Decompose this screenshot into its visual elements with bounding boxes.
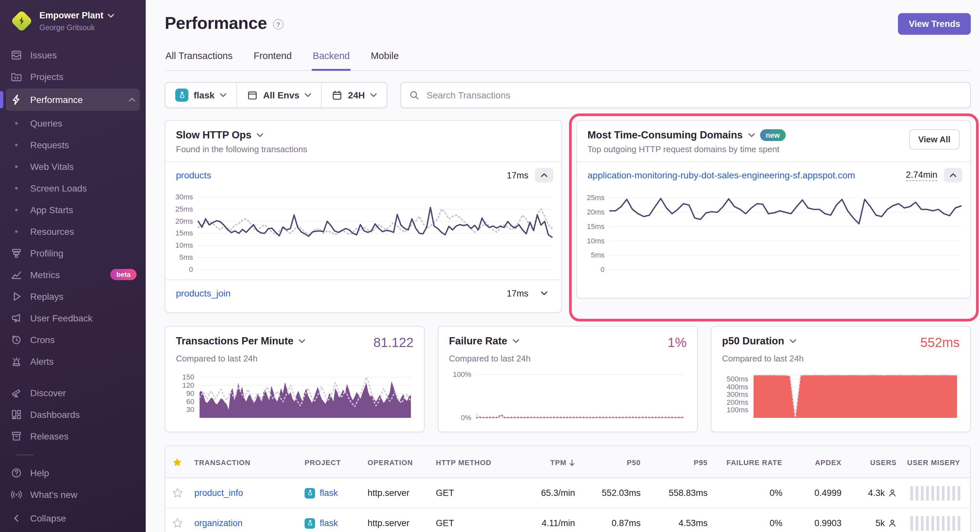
issues-icon [11,49,22,61]
sidebar-item-screen-loads[interactable]: Screen Loads [0,178,146,199]
sidebar-item-web-vitals[interactable]: Web Vitals [0,156,146,178]
view-trends-button[interactable]: View Trends [898,13,971,35]
sidebar-item-label: Crons [30,335,55,345]
sidebar-item-replays[interactable]: Replays [0,286,146,307]
help-tooltip-icon[interactable]: ? [273,19,283,30]
chevron-up-icon [129,98,135,102]
new-badge: new [760,129,786,141]
col-header-project[interactable]: PROJECT [299,446,362,478]
org-switcher[interactable]: Empower Plant George Gritsouk [0,0,146,39]
table-row-method: GET [431,508,507,532]
slow-http-ops-title-dropdown[interactable]: Slow HTTP Ops [176,129,551,141]
svg-text:10ms: 10ms [175,241,193,249]
project-link[interactable]: flask [320,518,338,528]
transaction-link-products[interactable]: products [176,170,507,180]
search-input[interactable] [425,89,962,101]
col-header-p50[interactable]: P50 [580,446,646,478]
failure-rate-title-dropdown[interactable]: Failure Rate [449,335,519,347]
sidebar-item-requests[interactable]: Requests [0,134,146,156]
col-header-p95[interactable]: P95 [646,446,713,478]
project-filter[interactable]: flask [165,83,236,108]
svg-text:20ms: 20ms [175,217,193,226]
p50-duration-panel: p50 Duration 552ms Compared to last 24h … [711,326,971,432]
expand-row-button[interactable] [535,286,553,300]
most-time-consuming-domains-wrapper: Most Time-Consuming Domains new Top outg… [576,120,971,313]
col-header-users[interactable]: USERS [847,446,902,478]
sidebar-item-alerts[interactable]: Alerts [0,351,146,372]
sidebar-item-label: Queries [30,118,62,129]
sidebar-item-label: Issues [30,50,57,60]
environment-filter-value: All Envs [263,90,300,100]
failure-rate-chart: 100%0% [449,371,687,421]
p50-title-dropdown[interactable]: p50 Duration [722,335,796,347]
col-header-http-method[interactable]: HTTP METHOD [431,446,507,478]
sidebar-item-metrics[interactable]: Metrics beta [0,264,146,286]
svg-text:200ms: 200ms [727,398,748,407]
sidebar-collapse-button[interactable]: Collapse [0,505,146,532]
slow-http-ops-panel: Slow HTTP Ops Found in the following tra… [165,120,562,313]
sidebar-item-profiling[interactable]: Profiling [0,242,146,264]
environment-filter[interactable]: All Envs [236,83,321,108]
sidebar-item-discover[interactable]: Discover [0,382,146,404]
svg-text:5ms: 5ms [591,251,605,259]
date-range-filter[interactable]: 24H [321,83,386,108]
flask-project-icon [175,89,188,102]
sidebar-item-resources[interactable]: Resources [0,221,146,242]
svg-text:20ms: 20ms [587,208,605,216]
tpm-panel: Transactions Per Minute 81.122 Compared … [165,326,425,432]
p50-subtitle: Compared to last 24h [722,354,960,364]
col-header-user-misery[interactable]: USER MISERY [902,446,971,478]
sidebar-item-projects[interactable]: Projects [0,66,146,87]
col-header-failure-rate[interactable]: FAILURE RATE [713,446,788,478]
failure-rate-value: 1% [668,335,687,350]
bullet-icon [11,122,22,125]
tpm-title-dropdown[interactable]: Transactions Per Minute [176,335,305,347]
sidebar-item-help[interactable]: Help [0,462,146,484]
domain-duration-chart: 25ms20ms15ms10ms5ms0 [580,189,964,273]
sidebar-item-queries[interactable]: Queries [0,113,146,134]
table-row-p95: 558.83ms [646,478,713,508]
calendar-icon [331,89,343,101]
col-header-tpm[interactable]: TPM [507,446,580,478]
sidebar-item-performance[interactable]: Performance [6,89,140,111]
tab-all-transactions[interactable]: All Transactions [165,49,233,71]
chevron-down-icon [370,93,377,97]
svg-text:0: 0 [189,265,193,273]
tab-mobile[interactable]: Mobile [370,49,399,71]
sidebar-item-app-starts[interactable]: App Starts [0,199,146,221]
chevron-down-icon [512,339,519,343]
sidebar-item-user-feedback[interactable]: User Feedback [0,307,146,329]
sidebar-item-dashboards[interactable]: Dashboards [0,404,146,426]
domain-link[interactable]: application-monitoring-ruby-dot-sales-en… [587,170,906,180]
col-header-operation[interactable]: OPERATION [362,446,431,478]
view-all-button[interactable]: View All [909,129,960,149]
sidebar-item-whats-new[interactable]: What's new [0,484,146,505]
widgets-row-2: Transactions Per Minute 81.122 Compared … [165,326,971,432]
tab-backend[interactable]: Backend [312,49,350,71]
domains-title-dropdown[interactable]: Most Time-Consuming Domains new [587,129,786,141]
project-link[interactable]: flask [320,488,338,498]
transaction-link[interactable]: organization [194,518,243,528]
star-column-header[interactable] [165,446,189,478]
tab-frontend[interactable]: Frontend [253,49,293,71]
sidebar-item-crons[interactable]: Crons [0,329,146,351]
sidebar-item-label: Discover [30,387,66,398]
chevron-down-icon [305,93,311,97]
table-row-project: flask [299,508,362,532]
sidebar-item-releases[interactable]: Releases [0,426,146,447]
sidebar-item-issues[interactable]: Issues [0,44,146,66]
transaction-link-products-join[interactable]: products_join [176,288,507,299]
col-header-transaction[interactable]: TRANSACTION [189,446,299,478]
chevron-down-icon [748,133,754,137]
transaction-link[interactable]: product_info [194,488,243,498]
star-toggle[interactable] [165,478,189,508]
star-toggle[interactable] [165,508,189,532]
main-content: Performance ? View Trends All Transactio… [146,0,980,532]
collapse-row-button[interactable] [535,168,553,183]
svg-text:150: 150 [182,373,194,381]
collapse-row-button[interactable] [944,168,962,183]
sidebar-nav: Issues Projects Performance Queries [0,44,146,532]
page-title: Performance ? [165,13,283,33]
beta-badge: beta [111,269,137,280]
col-header-apdex[interactable]: APDEX [788,446,847,478]
